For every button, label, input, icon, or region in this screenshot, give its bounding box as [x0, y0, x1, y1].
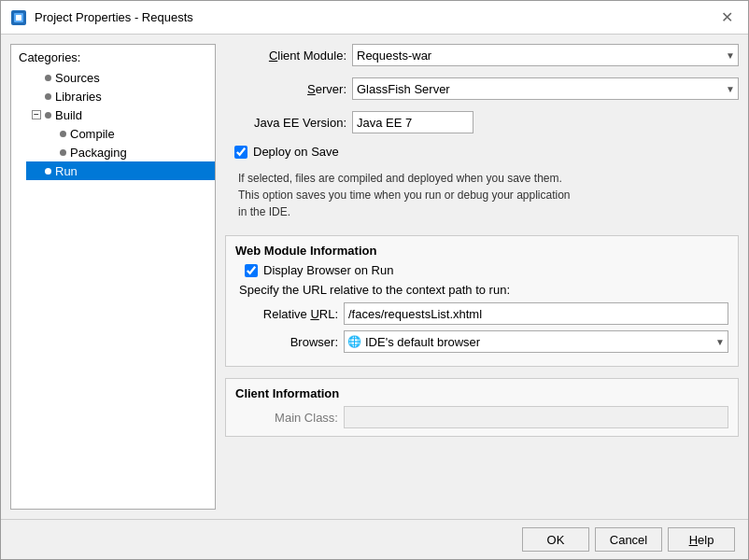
dot-libraries: [45, 93, 51, 100]
java-ee-row: Java EE Version:: [225, 111, 739, 133]
server-select[interactable]: GlassFish Server: [352, 77, 739, 100]
main-class-row: Main Class:: [235, 406, 728, 428]
right-panel: Client Module: Requests-war ▼ Server: Gl…: [225, 44, 739, 510]
main-class-input[interactable]: [344, 406, 728, 428]
close-button[interactable]: ✕: [715, 8, 739, 27]
label-build: Build: [55, 108, 82, 122]
tree-item-compile[interactable]: Compile: [41, 124, 215, 143]
browser-label: Browser:: [235, 335, 338, 349]
browser-select-wrapper: 🌐 IDE's default browser ▼: [344, 330, 728, 353]
categories-panel: Categories: Sources Libraries − Build: [10, 44, 216, 510]
app-icon: [10, 9, 27, 26]
dialog-title: Project Properties - Requests: [35, 10, 193, 24]
svg-rect-2: [16, 15, 21, 21]
main-class-label: Main Class:: [235, 411, 338, 425]
tree-item-build[interactable]: − Build: [26, 105, 215, 124]
tree-item-libraries[interactable]: Libraries: [26, 87, 215, 105]
tree-item-sources[interactable]: Sources: [26, 68, 215, 87]
footer: OK Cancel Help: [1, 519, 748, 559]
dot-packaging: [60, 149, 66, 156]
web-module-title: Web Module Information: [235, 244, 728, 258]
expand-run: [30, 163, 45, 178]
label-run: Run: [55, 164, 78, 178]
title-bar-left: Project Properties - Requests: [10, 9, 193, 26]
label-libraries: Libraries: [55, 90, 102, 104]
deploy-on-save-label[interactable]: Deploy on Save: [253, 145, 339, 159]
label-sources: Sources: [55, 71, 100, 85]
ok-button[interactable]: OK: [522, 527, 589, 552]
server-label: Server:: [225, 82, 346, 96]
java-ee-label: Java EE Version:: [225, 116, 346, 130]
client-info-section: Client Information Main Class:: [225, 378, 739, 437]
expand-packaging: [45, 145, 60, 160]
java-ee-input[interactable]: [352, 111, 473, 133]
browser-row: Browser: 🌐 IDE's default browser ▼: [235, 330, 728, 353]
client-module-label: Client Module:: [225, 49, 346, 63]
deploy-info-text: If selected, files are compiled and depl…: [238, 170, 739, 220]
dot-sources: [45, 75, 51, 81]
relative-url-label: Relative URL:: [235, 307, 338, 321]
server-row: Server: GlassFish Server ▼: [225, 77, 739, 100]
deploy-on-save-checkbox[interactable]: [234, 146, 247, 159]
client-module-select-wrapper: Requests-war ▼: [352, 44, 739, 66]
dot-run: [45, 168, 51, 175]
server-select-wrapper: GlassFish Server ▼: [352, 77, 739, 100]
minus-icon: −: [32, 110, 41, 119]
help-button[interactable]: Help: [668, 527, 735, 552]
deploy-on-save-row: Deploy on Save: [234, 145, 739, 159]
dot-compile: [60, 131, 66, 137]
browser-select[interactable]: IDE's default browser: [344, 330, 728, 353]
dot-build: [45, 112, 51, 119]
relative-url-input[interactable]: [344, 302, 728, 325]
categories-header: Categories:: [11, 49, 215, 68]
display-browser-label[interactable]: Display Browser on Run: [263, 263, 393, 277]
relative-url-row: Relative URL:: [235, 302, 728, 325]
main-content: Categories: Sources Libraries − Build: [1, 35, 748, 519]
label-compile: Compile: [70, 127, 115, 141]
expand-sources: [30, 70, 45, 85]
title-bar: Project Properties - Requests ✕: [1, 1, 748, 35]
dialog-window: Project Properties - Requests ✕ Categori…: [0, 0, 749, 560]
expand-compile: [45, 126, 60, 141]
expand-build: −: [30, 107, 45, 122]
client-module-select[interactable]: Requests-war: [352, 44, 739, 66]
tree-item-run[interactable]: Run: [26, 161, 215, 180]
expand-libraries: [30, 89, 45, 104]
display-browser-row: Display Browser on Run: [245, 263, 728, 277]
client-module-row: Client Module: Requests-war ▼: [225, 44, 739, 66]
web-module-section: Web Module Information Display Browser o…: [225, 235, 739, 367]
label-packaging: Packaging: [70, 146, 127, 160]
client-info-title: Client Information: [235, 386, 728, 400]
display-browser-checkbox[interactable]: [245, 264, 258, 277]
tree-item-packaging[interactable]: Packaging: [41, 143, 215, 161]
specify-url-text: Specify the URL relative to the context …: [239, 283, 728, 297]
cancel-button[interactable]: Cancel: [595, 527, 662, 552]
